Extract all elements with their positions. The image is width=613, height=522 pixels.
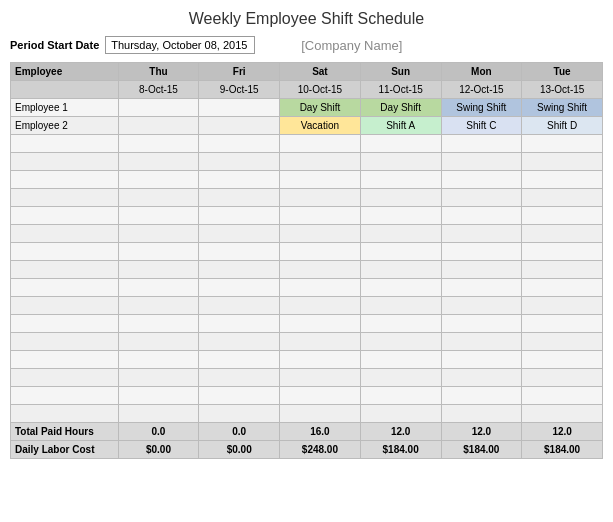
cell-sat-row6[interactable]	[280, 207, 361, 225]
cell-thu-row5[interactable]	[118, 189, 199, 207]
cell-sun-row7[interactable]	[360, 225, 441, 243]
cell-employee-row4[interactable]	[11, 171, 119, 189]
cell-sat-row5[interactable]	[280, 189, 361, 207]
cell-fri-row6[interactable]	[199, 207, 280, 225]
cell-tue-row9[interactable]	[522, 261, 603, 279]
cell-sat-row2[interactable]	[280, 135, 361, 153]
cell-sun-row3[interactable]	[360, 153, 441, 171]
cell-sat-row14[interactable]	[280, 351, 361, 369]
cell-mon-row14[interactable]	[441, 351, 522, 369]
cell-employee-row17[interactable]	[11, 405, 119, 423]
cell-mon-row8[interactable]	[441, 243, 522, 261]
cell-fri-row11[interactable]	[199, 297, 280, 315]
cell-thu-row2[interactable]	[118, 135, 199, 153]
cell-thu-row15[interactable]	[118, 369, 199, 387]
cell-employee-row12[interactable]	[11, 315, 119, 333]
cell-sun-row9[interactable]	[360, 261, 441, 279]
cell-tue-row0[interactable]: Swing Shift	[522, 99, 603, 117]
cell-tue-row14[interactable]	[522, 351, 603, 369]
cell-tue-row16[interactable]	[522, 387, 603, 405]
cell-sun-row15[interactable]	[360, 369, 441, 387]
cell-sat-row10[interactable]	[280, 279, 361, 297]
cell-fri-row3[interactable]	[199, 153, 280, 171]
cell-sat-row1[interactable]: Vacation	[280, 117, 361, 135]
cell-mon-row3[interactable]	[441, 153, 522, 171]
cell-employee-row13[interactable]	[11, 333, 119, 351]
cell-mon-row16[interactable]	[441, 387, 522, 405]
cell-sat-row3[interactable]	[280, 153, 361, 171]
cell-employee-row15[interactable]	[11, 369, 119, 387]
cell-employee-row3[interactable]	[11, 153, 119, 171]
cell-fri-row5[interactable]	[199, 189, 280, 207]
cell-fri-row1[interactable]	[199, 117, 280, 135]
cell-employee-row1[interactable]: Employee 2	[11, 117, 119, 135]
cell-thu-row7[interactable]	[118, 225, 199, 243]
cell-mon-row13[interactable]	[441, 333, 522, 351]
period-start-input[interactable]	[105, 36, 255, 54]
cell-thu-row17[interactable]	[118, 405, 199, 423]
cell-sat-row7[interactable]	[280, 225, 361, 243]
cell-employee-row10[interactable]	[11, 279, 119, 297]
cell-thu-row1[interactable]	[118, 117, 199, 135]
cell-employee-row11[interactable]	[11, 297, 119, 315]
cell-sun-row0[interactable]: Day Shift	[360, 99, 441, 117]
cell-sat-row0[interactable]: Day Shift	[280, 99, 361, 117]
cell-fri-row0[interactable]	[199, 99, 280, 117]
cell-sun-row16[interactable]	[360, 387, 441, 405]
cell-sun-row13[interactable]	[360, 333, 441, 351]
cell-fri-row14[interactable]	[199, 351, 280, 369]
cell-fri-row2[interactable]	[199, 135, 280, 153]
cell-mon-row2[interactable]	[441, 135, 522, 153]
cell-sat-row16[interactable]	[280, 387, 361, 405]
cell-mon-row17[interactable]	[441, 405, 522, 423]
cell-employee-row5[interactable]	[11, 189, 119, 207]
cell-tue-row13[interactable]	[522, 333, 603, 351]
cell-sat-row11[interactable]	[280, 297, 361, 315]
cell-mon-row0[interactable]: Swing Shift	[441, 99, 522, 117]
cell-sun-row1[interactable]: Shift A	[360, 117, 441, 135]
cell-mon-row12[interactable]	[441, 315, 522, 333]
cell-tue-row2[interactable]	[522, 135, 603, 153]
cell-employee-row9[interactable]	[11, 261, 119, 279]
cell-thu-row12[interactable]	[118, 315, 199, 333]
cell-fri-row12[interactable]	[199, 315, 280, 333]
cell-sat-row13[interactable]	[280, 333, 361, 351]
cell-sun-row12[interactable]	[360, 315, 441, 333]
cell-sat-row15[interactable]	[280, 369, 361, 387]
company-name-placeholder[interactable]: [Company Name]	[301, 38, 402, 53]
cell-sat-row4[interactable]	[280, 171, 361, 189]
cell-sun-row4[interactable]	[360, 171, 441, 189]
cell-tue-row11[interactable]	[522, 297, 603, 315]
cell-thu-row8[interactable]	[118, 243, 199, 261]
cell-tue-row12[interactable]	[522, 315, 603, 333]
cell-fri-row8[interactable]	[199, 243, 280, 261]
cell-employee-row2[interactable]	[11, 135, 119, 153]
cell-sat-row12[interactable]	[280, 315, 361, 333]
cell-tue-row5[interactable]	[522, 189, 603, 207]
cell-fri-row9[interactable]	[199, 261, 280, 279]
cell-thu-row11[interactable]	[118, 297, 199, 315]
cell-mon-row7[interactable]	[441, 225, 522, 243]
cell-tue-row6[interactable]	[522, 207, 603, 225]
cell-employee-row8[interactable]	[11, 243, 119, 261]
cell-sun-row11[interactable]	[360, 297, 441, 315]
cell-sun-row2[interactable]	[360, 135, 441, 153]
cell-fri-row16[interactable]	[199, 387, 280, 405]
cell-tue-row1[interactable]: Shift D	[522, 117, 603, 135]
cell-fri-row10[interactable]	[199, 279, 280, 297]
cell-sat-row9[interactable]	[280, 261, 361, 279]
cell-sat-row8[interactable]	[280, 243, 361, 261]
cell-mon-row1[interactable]: Shift C	[441, 117, 522, 135]
cell-thu-row9[interactable]	[118, 261, 199, 279]
cell-fri-row15[interactable]	[199, 369, 280, 387]
cell-employee-row6[interactable]	[11, 207, 119, 225]
cell-thu-row10[interactable]	[118, 279, 199, 297]
cell-mon-row9[interactable]	[441, 261, 522, 279]
cell-fri-row4[interactable]	[199, 171, 280, 189]
cell-thu-row14[interactable]	[118, 351, 199, 369]
cell-employee-row0[interactable]: Employee 1	[11, 99, 119, 117]
cell-tue-row17[interactable]	[522, 405, 603, 423]
cell-sun-row17[interactable]	[360, 405, 441, 423]
cell-thu-row4[interactable]	[118, 171, 199, 189]
cell-fri-row7[interactable]	[199, 225, 280, 243]
